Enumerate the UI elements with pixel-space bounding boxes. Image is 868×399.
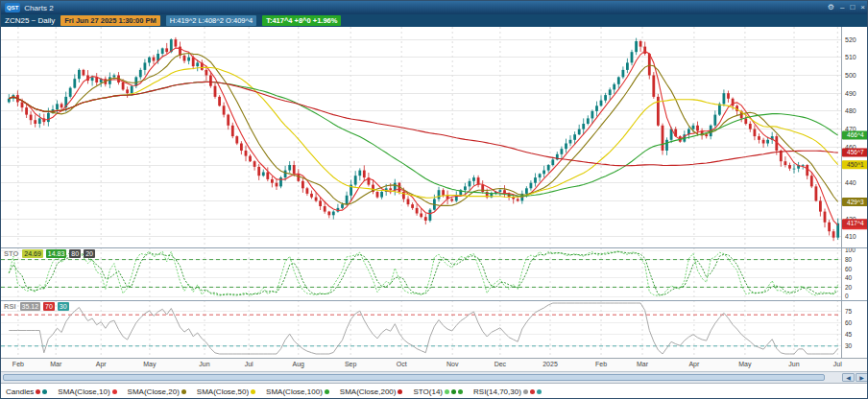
x-axis-month-label: Jul	[238, 361, 259, 367]
svg-text:500: 500	[845, 72, 856, 79]
svg-text:450^1: 450^1	[847, 161, 864, 168]
settings-icon[interactable]: ⚙	[828, 2, 834, 13]
legend-color-dot	[530, 389, 535, 394]
legend-color-dot	[537, 389, 542, 394]
x-axis-month-label: Aug	[288, 361, 309, 367]
crosshair-datetime: Fri Jun 27 2025 1:30:00 PM	[60, 15, 159, 26]
svg-text:20: 20	[845, 284, 853, 291]
chart-info-bar: ZCN25 ~ Daily Fri Jun 27 2025 1:30:00 PM…	[1, 14, 868, 27]
svg-text:490: 490	[845, 90, 856, 97]
indicator-value-badge: 14.83	[46, 249, 67, 258]
legend-color-dot	[42, 389, 47, 394]
window-title: Charts 2	[24, 4, 53, 12]
legend-color-dot	[458, 389, 463, 394]
x-axis-month-label: 2025	[540, 361, 561, 367]
svg-text:520: 520	[845, 36, 856, 43]
sma-200-line	[9, 82, 837, 165]
x-axis-month-label: Jul	[827, 361, 848, 367]
legend-item-label: STO(14)	[413, 387, 443, 396]
x-axis-month-label: Mar	[45, 361, 66, 367]
legend-item-label: SMA(Close,50)	[197, 387, 249, 396]
indicator-name: RSI	[4, 302, 16, 311]
legend-color-dot	[251, 389, 255, 394]
indicator-value-badge: 35.12	[20, 302, 41, 311]
svg-text:45: 45	[845, 331, 853, 338]
maximize-button[interactable]: □	[850, 2, 855, 13]
svg-text:466^4: 466^4	[847, 131, 864, 138]
legend-item[interactable]: SMA(Close,200)	[340, 387, 403, 396]
x-axis-month-label: Mar	[632, 361, 653, 367]
minimize-button[interactable]: –	[840, 2, 844, 13]
svg-text:80: 80	[845, 256, 853, 263]
svg-text:0: 0	[845, 293, 849, 299]
indicator-value-badge: 20	[84, 249, 95, 258]
svg-text:429^3: 429^3	[847, 199, 864, 205]
legend-color-dot	[398, 389, 402, 394]
indicator-value-badge: 80	[69, 249, 81, 258]
svg-text:456^7: 456^7	[847, 149, 864, 155]
svg-text:30: 30	[845, 342, 853, 349]
legend-item[interactable]: SMA(Close,50)	[197, 387, 255, 396]
svg-text:75: 75	[845, 308, 853, 315]
legend-item-label: RSI(14,70,30)	[473, 387, 521, 396]
svg-text:510: 510	[845, 54, 856, 60]
legend-item-label: SMA(Close,200)	[340, 387, 397, 396]
sma-50-line	[9, 67, 837, 198]
last-trade-change: T:417^4 +8^0 +1.96%	[262, 15, 341, 26]
x-axis-month-label: Apr	[684, 361, 705, 367]
legend-color-dot	[325, 389, 329, 394]
indicator-value-badge: 30	[58, 302, 69, 311]
scroll-left-button[interactable]: ◀	[842, 373, 855, 382]
x-axis-month-label: Dec	[490, 361, 511, 367]
sma-100-line	[9, 82, 837, 196]
legend-item[interactable]: Candles	[6, 387, 47, 396]
legend-item[interactable]: SMA(Close,20)	[128, 387, 186, 396]
stochastic-readout: STO24.6914.838020	[4, 249, 95, 258]
legend-color-dot	[523, 389, 528, 394]
x-axis-month-label: Feb	[591, 361, 612, 367]
legend-item[interactable]: SMA(Close,100)	[266, 387, 329, 396]
stochastic-lines	[9, 251, 837, 296]
legend-color-dot	[112, 389, 117, 394]
svg-text:40: 40	[845, 274, 853, 281]
qst-charts-window: QST Charts 2 ⚙ – □ × ZCN25 ~ Daily Fri J…	[0, 0, 868, 399]
stochastic-panel[interactable]: 100806040200	[1, 247, 868, 300]
rsi-readout: RSI35.127030	[4, 302, 69, 311]
indicator-value-badge: 24.69	[22, 249, 43, 258]
study-legend-bar: CandlesSMA(Close,10)SMA(Close,20)SMA(Clo…	[1, 383, 868, 399]
legend-item-label: SMA(Close,100)	[266, 387, 323, 396]
legend-color-dot	[451, 389, 456, 394]
price-chart-panel[interactable]: 520510500490480470460450440430420410416^…	[1, 27, 868, 247]
legend-color-dot	[36, 389, 40, 394]
svg-text:60: 60	[845, 319, 853, 326]
svg-text:440: 440	[845, 179, 856, 186]
legend-item[interactable]: SMA(Close,10)	[58, 387, 116, 396]
legend-color-dot	[445, 389, 449, 394]
chart-scrollbar[interactable]: ◀ ▶	[1, 371, 868, 383]
scroll-right-button[interactable]: ▶	[856, 373, 868, 382]
time-axis: FebMarAprMayJunJulAugSepOctNovDec2025Feb…	[1, 358, 868, 371]
close-button[interactable]: ×	[860, 2, 865, 13]
indicator-name: STO	[4, 249, 18, 258]
legend-item-label: Candles	[6, 387, 34, 396]
rsi-panel[interactable]: 75604530	[1, 300, 868, 362]
x-axis-month-label: May	[735, 361, 756, 367]
legend-item[interactable]: RSI(14,70,30)	[473, 387, 542, 396]
title-bar: QST Charts 2 ⚙ – □ ×	[1, 1, 868, 14]
legend-color-dot	[181, 389, 186, 394]
crosshair-ohlc: H:419^2 L:408^2 O:409^4	[166, 15, 256, 26]
x-axis-month-label: May	[139, 361, 160, 367]
chart-symbol-label: ZCN25 ~ Daily	[5, 16, 55, 25]
svg-text:410: 410	[845, 233, 856, 240]
x-axis-month-label: Nov	[442, 361, 463, 367]
scrollbar-thumb[interactable]	[3, 374, 825, 381]
legend-item[interactable]: STO(14)	[413, 387, 463, 396]
x-axis-month-label: Jun	[784, 361, 805, 367]
legend-item-label: SMA(Close,10)	[58, 387, 109, 396]
x-axis-month-label: Sep	[340, 361, 361, 367]
legend-item-label: SMA(Close,20)	[128, 387, 180, 396]
sma-10-line	[9, 48, 837, 225]
x-axis-month-label: Jun	[194, 361, 215, 367]
svg-text:480: 480	[845, 107, 856, 114]
qst-logo: QST	[5, 3, 20, 12]
